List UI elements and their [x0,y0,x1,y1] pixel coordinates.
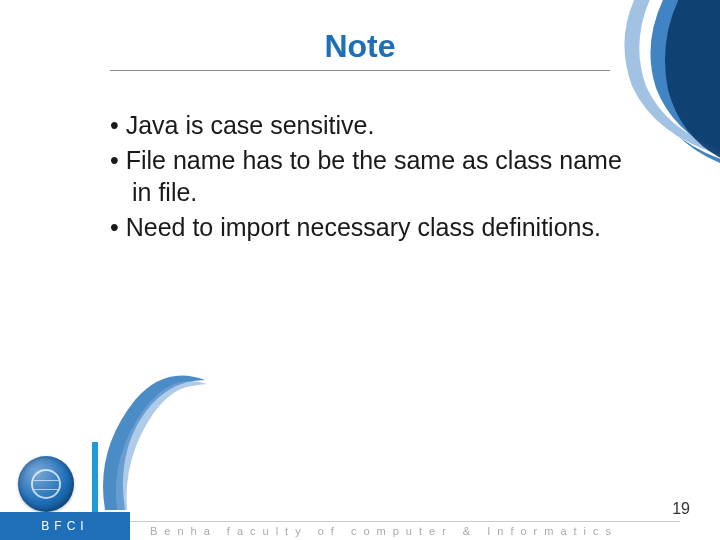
bullet-item: File name has to be the same as class na… [110,145,630,208]
slide: Note Java is case sensitive. File name h… [0,0,720,540]
vertical-accent-bar [92,442,98,512]
slide-title: Note [0,28,720,65]
footer-divider [130,521,680,522]
decoration-bottom-left-icon [95,370,215,510]
title-underline [110,70,610,71]
footer-text: Benha faculty of computer & Informatics [150,525,618,537]
slide-body: Java is case sensitive. File name has to… [110,110,630,247]
bullet-item: Java is case sensitive. [110,110,630,141]
footer-badge: BFCI [0,512,130,540]
bullet-item: Need to import necessary class definitio… [110,212,630,243]
footer: BFCI Benha faculty of computer & Informa… [0,512,720,540]
page-number: 19 [672,500,690,518]
footer-badge-label: BFCI [41,519,88,533]
bfci-logo-icon [18,456,74,512]
